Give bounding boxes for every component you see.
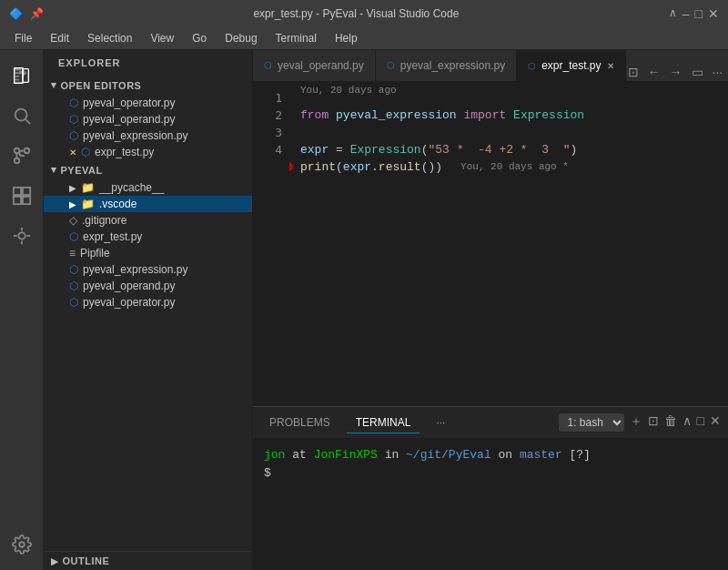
terminal-line-2: $ [264, 464, 717, 483]
class-name: Expression [513, 107, 584, 124]
term-flag: [?] [562, 446, 591, 464]
chevron-up-icon[interactable]: ∧ [682, 413, 692, 432]
code-lines[interactable]: You, 20 days ago from pyeval_expression … [289, 82, 728, 406]
chevron-right-icon: ▶ [69, 199, 76, 209]
svg-point-1 [15, 109, 26, 121]
new-terminal-icon[interactable]: ＋ [630, 413, 642, 432]
open-editors-header[interactable]: ▾ OPEN EDITORS [44, 76, 252, 95]
chevron-down-icon: ▾ [51, 79, 57, 91]
open-editor-expr-test[interactable]: ✕ ⬡ expr_test.py [44, 144, 252, 160]
chevron-right-icon: ▶ [51, 556, 59, 566]
menu-debug[interactable]: Debug [217, 30, 264, 46]
pyeval-operator-file[interactable]: ⬡ pyeval_operator.py [44, 294, 252, 310]
menu-selection[interactable]: Selection [80, 30, 139, 46]
forward-icon[interactable]: → [668, 63, 684, 81]
file-name: pyeval_operand.py [83, 113, 175, 126]
menu-terminal[interactable]: Terminal [268, 30, 324, 46]
class-expression: Expression [350, 141, 421, 158]
breakpoint-dot [289, 162, 293, 171]
file-name: pyeval_operator.py [83, 97, 175, 109]
string-arg: "53 * -4 +2 * 3 " [428, 141, 570, 158]
terminal-tabs: PROBLEMS TERMINAL ··· 1: bash ＋ ⊡ 🗑 ∧ □ … [253, 407, 728, 439]
svg-rect-6 [13, 188, 20, 195]
tab-terminal[interactable]: TERMINAL [347, 412, 420, 433]
outline-header[interactable]: ▶ OUTLINE [44, 551, 252, 570]
inline-blame: You, 20 days ago * [460, 158, 569, 176]
kill-terminal-icon[interactable]: 🗑 [664, 413, 677, 432]
svg-point-3 [14, 158, 19, 164]
py-file-icon: ⬡ [69, 230, 78, 243]
pycache-folder[interactable]: ▶ 📁 __pycache__ [44, 179, 252, 196]
var-expr: expr [300, 141, 329, 158]
open-editor-expression[interactable]: ⬡ pyeval_expression.py [44, 127, 252, 144]
pyeval-operand-file[interactable]: ⬡ pyeval_operand.py [44, 278, 252, 294]
source-control-icon[interactable] [4, 137, 40, 174]
tab-yeval-operand[interactable]: ⬡ yeval_operand.py [253, 50, 376, 81]
close-panel-icon[interactable]: ✕ [710, 413, 721, 432]
minimize-button[interactable]: – [682, 6, 690, 21]
open-editor-operator[interactable]: ⬡ pyeval_operator.py [44, 95, 252, 111]
terminal-line-1: jon at JonFinXPS in ~/git/PyEval on mast… [264, 446, 717, 464]
terminal-actions: 1: bash ＋ ⊡ 🗑 ∧ □ ✕ [559, 413, 721, 432]
code-content: 1 2 3 4 You, 20 days ago from pyeval_exp… [253, 82, 728, 406]
pipfile[interactable]: ≡ Pipfile [44, 245, 252, 261]
split-terminal-icon[interactable]: ⊡ [648, 413, 659, 432]
menu-bar: File Edit Selection View Go Debug Termin… [0, 27, 728, 50]
search-icon[interactable] [4, 97, 40, 134]
code-line-3: expr = Expression ( "53 * -4 +2 * 3 " ) [300, 141, 717, 158]
vscode-folder[interactable]: ▶ 📁 .vscode [44, 196, 252, 212]
split-editor-icon[interactable]: ⊡ [626, 63, 641, 81]
code-line-4: print ( expr . result ()) You, 20 days a… [300, 158, 717, 176]
var-expr2: expr [343, 158, 371, 176]
menu-file[interactable]: File [7, 30, 39, 46]
menu-edit[interactable]: Edit [43, 30, 76, 46]
line-number-2: 2 [260, 107, 282, 124]
debug-icon[interactable] [4, 218, 40, 254]
pyeval-header[interactable]: ▾ PYEVAL [44, 160, 252, 179]
ellipsis-icon[interactable]: ··· [711, 63, 725, 81]
explorer-icon[interactable] [4, 57, 40, 94]
py-file-icon: ⬡ [69, 263, 78, 276]
tab-problems[interactable]: PROBLEMS [260, 412, 339, 433]
py-icon: ⬡ [264, 60, 272, 70]
func-print: print [300, 158, 336, 176]
extensions-icon[interactable] [4, 178, 40, 214]
settings-icon[interactable] [4, 526, 40, 563]
folder-name: __pycache__ [99, 181, 164, 194]
code-editor[interactable]: 1 2 3 4 You, 20 days ago from pyeval_exp… [253, 82, 728, 406]
sidebar: Explorer ▾ OPEN EDITORS ⬡ pyeval_operato… [44, 50, 253, 570]
diamond-icon: ◇ [69, 214, 77, 227]
back-icon[interactable]: ← [646, 63, 662, 81]
menu-go[interactable]: Go [185, 30, 214, 46]
folder-icon: 📁 [81, 198, 95, 210]
expr-test-file[interactable]: ⬡ expr_test.py [44, 229, 252, 245]
menu-help[interactable]: Help [328, 30, 365, 46]
file-name: Pipfile [80, 247, 110, 260]
term-host: JonFinXPS [314, 446, 378, 464]
pyeval-expression-file[interactable]: ⬡ pyeval_expression.py [44, 261, 252, 278]
tab-expr-test[interactable]: ⬡ expr_test.py ✕ [517, 50, 625, 81]
terminal-content[interactable]: jon at JonFinXPS in ~/git/PyEval on mast… [253, 439, 728, 570]
svg-rect-8 [13, 197, 20, 204]
tab-pyeval-expression[interactable]: ⬡ pyeval_expression.py [376, 50, 517, 81]
svg-point-5 [24, 148, 29, 154]
maximize-button[interactable]: □ [695, 6, 703, 21]
folder-icon: 📁 [81, 181, 95, 194]
pyeval-label: PYEVAL [61, 165, 103, 176]
close-button[interactable]: ✕ [708, 6, 719, 21]
chevron-down-icon: ▾ [51, 164, 57, 176]
open-editor-operand[interactable]: ⬡ pyeval_operand.py [44, 111, 252, 127]
code-line-2 [300, 124, 717, 141]
gitignore-file[interactable]: ◇ .gitignore [44, 212, 252, 229]
bash-select[interactable]: 1: bash [559, 413, 624, 432]
maximize-panel-icon[interactable]: □ [697, 413, 704, 432]
term-on: on [491, 446, 520, 464]
menu-view[interactable]: View [143, 30, 181, 46]
tab-label: yeval_operand.py [278, 59, 364, 72]
svg-point-11 [19, 542, 25, 547]
tab-ellipsis[interactable]: ··· [427, 412, 454, 433]
chevron-down-icon[interactable]: ∧ [669, 6, 677, 21]
open-editors-label: OPEN EDITORS [61, 80, 142, 91]
tab-close-icon[interactable]: ✕ [607, 61, 614, 71]
split-horizontal-icon[interactable]: ▭ [690, 63, 705, 81]
